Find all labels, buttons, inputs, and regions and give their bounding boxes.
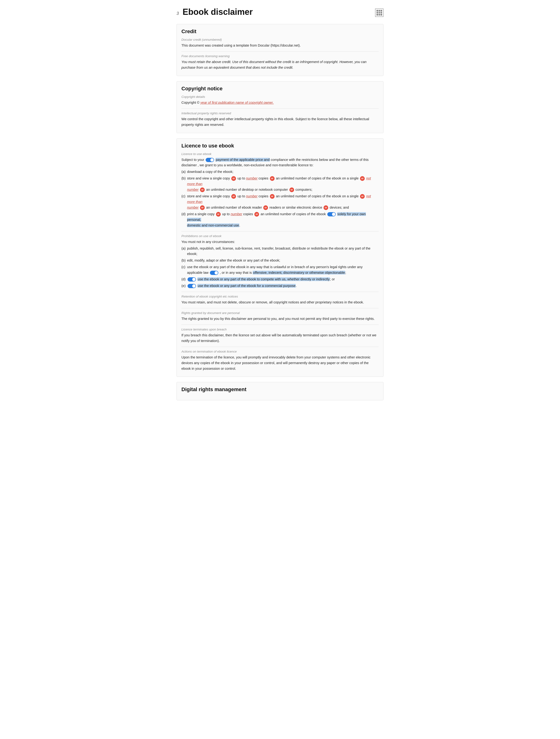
- list-item-proh-e: (e) use the ebook or any part of the ebo…: [181, 283, 379, 289]
- or-badge-c1: or: [231, 194, 236, 199]
- field-label-copyright-details: Copyright details: [181, 95, 379, 99]
- section-drm: Digital rights management: [176, 382, 384, 400]
- section-title-copyright: Copyright notice: [181, 86, 379, 92]
- italic-number-c1: number: [246, 194, 258, 198]
- list-item-d: (d) print a single copy or up to number …: [181, 211, 379, 229]
- list-label-proh-a: (a): [181, 246, 186, 257]
- highlight-compete: use the ebook or any part of the ebook t…: [197, 277, 330, 281]
- or-badge-b5: or: [289, 187, 294, 192]
- list-item-c: (c) store and view a single copy or up t…: [181, 193, 379, 210]
- page-header: 3 Ebook disclaimer: [176, 7, 384, 17]
- list-label-a: (a): [181, 169, 186, 175]
- list-item-proh-b: (b) edit, modify, adapt or alter the ebo…: [181, 258, 379, 263]
- list-content-a: download a copy of the ebook;: [187, 169, 379, 175]
- highlight-offensive: offensive, indecent, discriminatory or o…: [253, 271, 345, 275]
- field-label-docular-credit: Docular credit (unnumbered): [181, 38, 379, 41]
- list-label-d: (d): [181, 211, 186, 229]
- list-content-proh-c: use the ebook or any part of the ebook i…: [187, 264, 379, 276]
- list-content-proh-e: use the ebook or any part of the ebook f…: [187, 283, 379, 289]
- toggle-payment[interactable]: [205, 158, 214, 162]
- field-content-retention: You must retain, and must not delete, ob…: [181, 300, 379, 305]
- list-item-b: (b) store and view a single copy or up t…: [181, 176, 379, 193]
- highlight-commercial: use the ebook or any part of the ebook f…: [197, 284, 296, 288]
- field-content-licence-breach: If you breach this disclaimer, then the …: [181, 332, 379, 344]
- toggle-personal[interactable]: [327, 212, 336, 216]
- or-badge-b2: or: [270, 176, 275, 181]
- italic-number-c2: number: [187, 205, 198, 209]
- list-label-proh-c: (c): [181, 264, 186, 276]
- field-content-copyright-details: Copyright © year of first publication na…: [181, 100, 379, 106]
- not-more-than-b: not more than: [187, 176, 371, 186]
- copyright-year-name: year of first publication name of copyri…: [200, 101, 274, 105]
- list-content-c: store and view a single copy or up to nu…: [187, 193, 379, 210]
- field-label-retention: Retention of ebook copyright etc notices: [181, 295, 379, 298]
- list-content-b: store and view a single copy or up to nu…: [187, 176, 379, 193]
- field-label-licence-breach: Licence terminates upon breach: [181, 328, 379, 331]
- field-label-personal-rights: Rights granted by document are personal: [181, 311, 379, 315]
- list-label-proh-e: (e): [181, 283, 186, 289]
- list-label-proh-b: (b): [181, 258, 186, 263]
- section-copyright: Copyright notice Copyright details Copyr…: [176, 81, 384, 133]
- field-content-prohibitions-intro: You must not in any circumstances:: [181, 239, 379, 245]
- toggle-law[interactable]: [210, 271, 218, 275]
- or-badge-b1: or: [231, 176, 236, 181]
- list-label-b: (b): [181, 176, 186, 193]
- or-badge-c4: or: [200, 205, 205, 210]
- field-label-termination-actions: Actions on termination of ebook licence: [181, 350, 379, 353]
- or-badge-c6: or: [323, 205, 328, 210]
- field-label-ip-rights: Intellectual property rights reserved: [181, 112, 379, 115]
- list-item-a: (a) download a copy of the ebook;: [181, 169, 379, 175]
- highlight-personal: solely for your own personal,domestic an…: [187, 212, 366, 227]
- list-content-proh-a: publish, republish, sell, license, sub-l…: [187, 246, 379, 257]
- page-title: Ebook disclaimer: [182, 7, 253, 17]
- toggle-compete[interactable]: [187, 277, 196, 282]
- or-badge-b4: or: [200, 187, 205, 192]
- field-content-licensing-warning: You must retain the above credit. Use of…: [181, 59, 379, 70]
- field-content-personal-rights: The rights granted to you by this discla…: [181, 316, 379, 322]
- or-badge-d2: or: [254, 212, 259, 216]
- italic-number-d1: number: [231, 212, 242, 216]
- section-title-licence: Licence to use ebook: [181, 143, 379, 149]
- field-label-licensing-warning: Free documents licensing warning: [181, 54, 379, 58]
- list-item-proh-a: (a) publish, republish, sell, license, s…: [181, 246, 379, 257]
- field-content-docular-credit: This document was created using a templa…: [181, 43, 379, 48]
- list-label-c: (c): [181, 193, 186, 210]
- grid-icon[interactable]: [375, 8, 384, 17]
- field-label-licence-use: Licence to use ebook: [181, 152, 379, 156]
- list-content-proh-d: use the ebook or any part of the ebook t…: [187, 277, 379, 282]
- toggle-commercial[interactable]: [187, 284, 196, 288]
- field-content-ip-rights: We control the copyright and other intel…: [181, 116, 379, 128]
- list-content-proh-b: edit, modify, adapt or alter the ebook o…: [187, 258, 379, 263]
- list-label-proh-d: (d): [181, 277, 186, 282]
- section-licence: Licence to use ebook Licence to use eboo…: [176, 138, 384, 377]
- section-title-credit: Credit: [181, 28, 379, 34]
- list-content-d: print a single copy or up to number copi…: [187, 211, 379, 229]
- field-label-prohibitions: Prohibitions on use of ebook: [181, 234, 379, 238]
- or-badge-c3: or: [360, 194, 365, 199]
- page-number: 3: [176, 11, 179, 16]
- italic-number-b1: number: [246, 176, 258, 180]
- or-badge-d1: or: [216, 212, 221, 216]
- or-badge-c5: or: [263, 205, 268, 210]
- or-badge-b3: or: [360, 176, 365, 181]
- section-title-drm: Digital rights management: [181, 387, 379, 393]
- italic-number-b2: number: [187, 188, 198, 191]
- field-content-licence-intro: Subject to your payment of the applicabl…: [181, 157, 379, 168]
- section-credit: Credit Docular credit (unnumbered) This …: [176, 24, 384, 76]
- not-more-than-c: not more than: [187, 194, 371, 204]
- or-badge-c2: or: [270, 194, 275, 199]
- field-content-termination-actions: Upon the termination of the licence, you…: [181, 355, 379, 372]
- list-item-proh-c: (c) use the ebook or any part of the ebo…: [181, 264, 379, 276]
- highlight-payment: payment of the applicable price and: [216, 158, 270, 162]
- list-item-proh-d: (d) use the ebook or any part of the ebo…: [181, 277, 379, 282]
